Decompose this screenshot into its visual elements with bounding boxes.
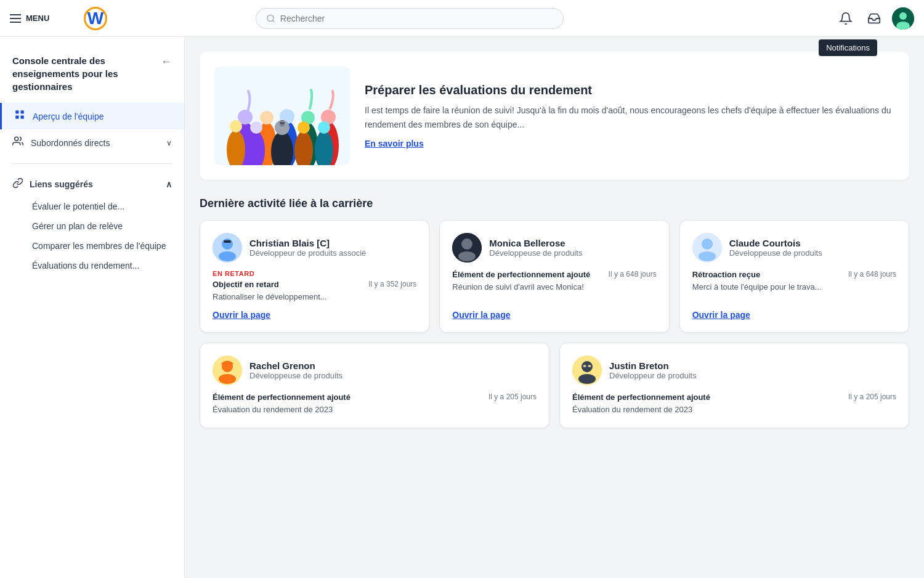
inbox-button[interactable] — [864, 8, 885, 29]
card-role: Développeuse de produits — [489, 248, 582, 258]
card-name-block: Monica Bellerose Développeuse de produit… — [489, 238, 582, 258]
card-name: Rachel Grenon — [249, 360, 342, 371]
svg-point-21 — [230, 120, 242, 132]
svg-point-38 — [458, 251, 476, 261]
search-box — [256, 8, 564, 29]
sidebar-collapse-button[interactable]: ← — [161, 55, 172, 68]
activity-time: Il y a 648 jours — [848, 270, 896, 279]
card-open-link[interactable]: Ouvrir la page — [692, 310, 896, 320]
svg-rect-6 — [15, 116, 18, 119]
card-name: Justin Breton — [609, 360, 697, 371]
career-section-title: Dernière activité liée à la carrière — [200, 197, 909, 210]
avatar-christian — [213, 233, 242, 263]
activity-row: Élément de perfectionnement ajouté Il y … — [452, 270, 656, 279]
card-activity: EN RETARD Objectif en retard Il y a 352 … — [213, 270, 416, 303]
sidebar-link-comparer[interactable]: Comparer les membres de l'équipe — [0, 236, 184, 256]
activity-desc: Réunion de suivi d'avril avec Monica! — [452, 282, 656, 293]
logo[interactable]: W — [84, 7, 107, 30]
card-rachel: Rachel Grenon Développeuse de produits É… — [200, 343, 549, 428]
svg-rect-7 — [21, 116, 24, 119]
search-icon — [266, 14, 275, 23]
card-justin: Justin Breton Développeur de produits Él… — [559, 343, 909, 428]
search-container — [256, 8, 564, 29]
card-activity: Élément de perfectionnement ajouté Il y … — [572, 393, 896, 415]
card-activity: Élément de perfectionnement ajouté Il y … — [452, 270, 656, 303]
search-input[interactable] — [280, 14, 553, 23]
notifications-button[interactable] — [835, 8, 856, 29]
card-role: Développeuse de produits — [729, 248, 822, 258]
activity-time: Il y a 352 jours — [368, 280, 416, 288]
activity-desc: Évaluation du rendement de 2023 — [213, 404, 537, 415]
main-content: Préparer les évaluations du rendement Il… — [185, 37, 924, 578]
svg-rect-35 — [224, 240, 231, 243]
link-icon — [12, 177, 23, 190]
svg-point-27 — [298, 121, 310, 134]
card-open-link[interactable]: Ouvrir la page — [213, 310, 416, 320]
card-christian: Christian Blais [C] Développeur de produ… — [200, 220, 429, 333]
card-open-link[interactable]: Ouvrir la page — [452, 310, 656, 320]
avatar-rachel — [213, 356, 242, 385]
banner-card: Préparer les évaluations du rendement Il… — [200, 52, 909, 180]
sidebar-link-evaluations[interactable]: Évaluations du rendement... — [0, 256, 184, 275]
sidebar-item-label: Aperçu de l'équipe — [33, 112, 104, 121]
sidebar-link-evaluer[interactable]: Évaluer le potentiel de... — [0, 197, 184, 216]
menu-label: MENU — [26, 14, 49, 23]
svg-point-8 — [15, 137, 18, 140]
svg-point-33 — [222, 238, 233, 250]
svg-point-41 — [699, 251, 716, 261]
header-actions: Notifications — [835, 7, 914, 30]
card-name: Claude Courtois — [729, 238, 822, 248]
menu-button[interactable]: MENU — [10, 14, 71, 23]
career-cards-top: Christian Blais [C] Développeur de produ… — [200, 220, 909, 333]
notifications-tooltip: Notifications — [819, 39, 877, 56]
sidebar-item-subordonnes[interactable]: Subordonnés directs ∨ — [0, 129, 184, 156]
activity-row: Élément de perfectionnement ajouté Il y … — [572, 393, 896, 402]
card-header: Justin Breton Développeur de produits — [572, 356, 896, 385]
sidebar: Console centrale des enseignements pour … — [0, 37, 185, 578]
card-claude: Claude Courtois Développeuse de produits… — [679, 220, 909, 333]
activity-row: Objectif en retard Il y a 352 jours — [213, 280, 416, 289]
activity-desc: Évaluation du rendement de 2023 — [572, 404, 896, 415]
activity-label: Rétroaction reçue — [692, 270, 761, 279]
sidebar-item-apercu[interactable]: Aperçu de l'équipe — [0, 103, 184, 129]
avatar-image — [892, 7, 914, 30]
suggested-links-header[interactable]: Liens suggérés ∧ — [0, 171, 184, 197]
card-activity: Élément de perfectionnement ajouté Il y … — [213, 393, 537, 415]
card-name-block: Claude Courtois Développeuse de produits — [729, 238, 822, 258]
svg-point-37 — [461, 238, 472, 250]
activity-row: Élément de perfectionnement ajouté Il y … — [213, 393, 537, 402]
apercu-icon — [14, 109, 25, 123]
chevron-up-icon: ∧ — [166, 179, 172, 189]
sidebar-link-gerer[interactable]: Gérer un plan de relève — [0, 216, 184, 236]
card-activity: Rétroaction reçue Il y a 648 jours Merci… — [692, 270, 896, 303]
activity-time: Il y a 648 jours — [609, 270, 657, 279]
svg-rect-5 — [21, 110, 24, 113]
banner-description: Il est temps de faire la réunion de suiv… — [365, 104, 894, 131]
hamburger-icon — [10, 14, 21, 23]
card-role: Développeur de produits — [609, 371, 697, 380]
card-header: Monica Bellerose Développeuse de produit… — [452, 233, 656, 263]
workday-logo: W — [84, 7, 107, 30]
banner-link[interactable]: En savoir plus — [365, 139, 424, 149]
banner-title: Préparer les évaluations du rendement — [365, 83, 894, 97]
user-avatar[interactable] — [892, 7, 914, 30]
people-illustration — [214, 67, 350, 165]
activity-time: Il y a 205 jours — [488, 393, 537, 401]
header: MENU W Notifications — [0, 0, 924, 37]
svg-point-13 — [260, 111, 274, 124]
bell-icon — [839, 12, 853, 25]
avatar-monica — [452, 233, 482, 263]
inbox-icon — [867, 12, 881, 25]
card-name: Monica Bellerose — [489, 238, 582, 248]
svg-point-40 — [702, 238, 713, 250]
banner-image — [214, 67, 350, 165]
activity-label: Objectif en retard — [213, 280, 279, 289]
svg-rect-4 — [15, 110, 18, 113]
card-name-block: Justin Breton Développeur de produits — [609, 360, 697, 380]
card-name: Christian Blais [C] — [249, 238, 366, 248]
svg-point-29 — [318, 121, 330, 134]
svg-point-23 — [250, 121, 262, 134]
avatar-justin — [572, 356, 602, 385]
layout: Console centrale des enseignements pour … — [0, 0, 924, 578]
card-header: Claude Courtois Développeuse de produits — [692, 233, 896, 263]
